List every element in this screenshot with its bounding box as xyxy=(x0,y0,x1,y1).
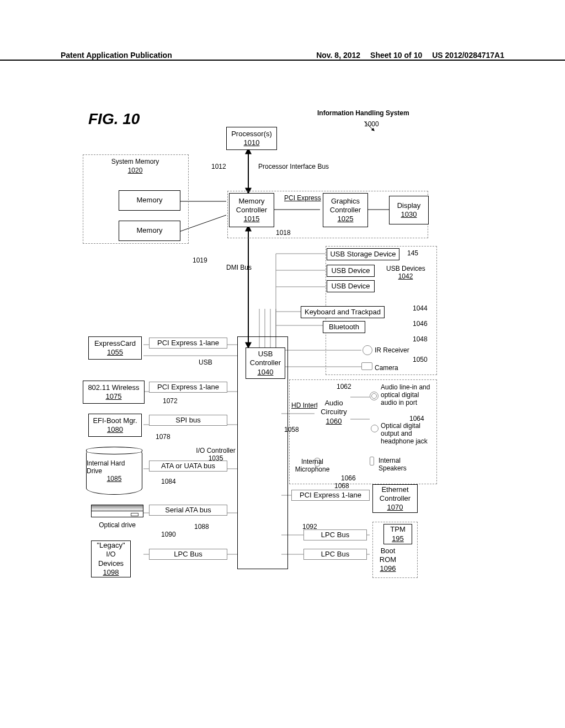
pcie1lane-bus-2: PCI Express 1-lane xyxy=(149,382,227,393)
audio-linein-ref: 1062 xyxy=(337,383,351,390)
ir-receiver-icon xyxy=(363,345,372,355)
expresscard-block: ExpressCard 1055 xyxy=(88,336,142,360)
spk-ref: 1066 xyxy=(341,474,356,482)
sata-bus-label: Serial ATA bus xyxy=(149,505,227,516)
processor-block: Processor(s) 1010 xyxy=(226,127,277,150)
optical-drive-icon xyxy=(91,505,143,517)
camera-icon xyxy=(361,362,372,370)
ir-receiver-ref: 1048 xyxy=(413,335,428,343)
wifi-bus-ref: 1072 xyxy=(163,397,178,405)
keyboard-trackpad-block: Keyboard and Trackpad xyxy=(301,306,385,318)
audio-in-port-inner-icon xyxy=(371,393,377,399)
sysmem-title: System Memory xyxy=(105,158,166,165)
internal-speakers-label: Internal Speakers xyxy=(379,457,412,472)
system-title: Information Handling System xyxy=(317,109,409,117)
wifi-block: 802.11 Wireless 1075 xyxy=(83,381,145,404)
efi-bootmgr-block: EFI-Boot Mgr. 1080 xyxy=(88,414,142,437)
page: Patent Application Publication Nov. 8, 2… xyxy=(0,0,565,728)
spi-bus-ref: 1078 xyxy=(156,433,170,441)
pcie-ref: 1018 xyxy=(276,229,291,237)
bluetooth-ref: 1046 xyxy=(413,320,428,328)
usb-storage-ref: 145 xyxy=(407,249,418,257)
sata-bus-ref-a: 1088 xyxy=(194,523,209,531)
internal-mic-label: Internal Microphone xyxy=(290,458,334,473)
keyboard-trackpad-ref: 1044 xyxy=(413,304,428,312)
mic-ref: 1068 xyxy=(334,482,349,490)
tpm-block: TPM 195 xyxy=(383,524,412,544)
figure-label: FIG. 10 xyxy=(88,110,140,128)
processor-ref: 1010 xyxy=(244,138,260,147)
pcie-label: PCI Express xyxy=(284,194,317,202)
page-header: Patent Application Publication Nov. 8, 2… xyxy=(0,46,565,61)
memory-block-1: Memory xyxy=(119,190,180,211)
ata-bus-ref: 1084 xyxy=(161,478,176,485)
legacy-io-block: "Legacy" I/O Devices 1098 xyxy=(91,540,131,577)
pcie1lane-bus-1: PCI Express 1-lane xyxy=(149,338,227,349)
optical-drive-label: Optical drive xyxy=(91,521,143,529)
usb-device-block-1: USB Device xyxy=(327,265,375,277)
audio-linein-label: Audio line-in and optical digital audio … xyxy=(381,383,436,406)
usb-bus-label: USB xyxy=(199,358,212,366)
lpc-bus-left: LPC Bus xyxy=(149,549,227,560)
camera-label: Camera xyxy=(375,364,398,372)
header-pubno: US 2012/0284717A1 xyxy=(432,51,504,60)
header-left: Patent Application Publication xyxy=(61,51,172,60)
sata-bus-ref-b: 1090 xyxy=(161,531,176,538)
bluetooth-block: Bluetooth xyxy=(323,321,365,333)
ir-receiver-label: IR Receiver xyxy=(375,346,409,354)
hdd-block: Internal Hard Drive 1085 xyxy=(86,447,142,495)
memory-controller-block: Memory Controller 1015 xyxy=(229,193,274,227)
speaker-icon xyxy=(370,457,374,465)
diagram-canvas: FIG. 10 Information Handling System 1000… xyxy=(72,105,458,601)
io-controller-label: I/O Controller 1035 xyxy=(192,447,239,462)
dmi-label: DMI Bus xyxy=(226,264,246,271)
sysmem-ref: 1020 xyxy=(105,167,166,174)
spi-bus-label: SPI bus xyxy=(149,415,227,426)
ata-bus-label: ATA or UATA bus xyxy=(149,461,227,472)
bootrom-block: Boot ROM 1096 xyxy=(374,546,402,574)
pcie1lane-bus-3: PCI Express 1-lane xyxy=(291,490,370,501)
usb-device-block-2: USB Device xyxy=(327,280,375,292)
system-ref: 1000 xyxy=(364,120,379,128)
ethernet-controller-block: Ethernet Controller 1070 xyxy=(372,484,418,513)
camera-ref: 1050 xyxy=(413,356,428,363)
header-sheet: Sheet 10 of 10 xyxy=(370,51,422,60)
io-controller-block xyxy=(237,336,288,569)
pif-bus-label: Processor Interface Bus xyxy=(258,163,329,170)
optical-out-label: Optical digital output and headphone jac… xyxy=(381,422,436,445)
memory-block-2: Memory xyxy=(119,221,180,241)
display-block: Display 1030 xyxy=(389,196,429,224)
lpc-bus-bootrom: LPC Bus xyxy=(303,549,367,560)
optical-out-ref: 1064 xyxy=(409,415,424,422)
audio-out-port-icon xyxy=(371,425,379,432)
processor-label: Processor(s) xyxy=(231,130,272,138)
graphics-controller-block: Graphics Controller 1025 xyxy=(323,193,368,227)
pif-bus-ref: 1012 xyxy=(211,163,226,170)
usb-devices-group-label: USB Devices 1042 xyxy=(386,265,425,280)
usb-storage-block: USB Storage Device xyxy=(327,248,399,260)
dmi-ref: 1019 xyxy=(193,256,207,264)
lpc-bus-tpm: LPC Bus xyxy=(303,529,367,540)
audio-circuitry-block: Audio Circuitry 1060 xyxy=(317,397,350,427)
header-date: Nov. 8, 2012 xyxy=(316,51,360,60)
